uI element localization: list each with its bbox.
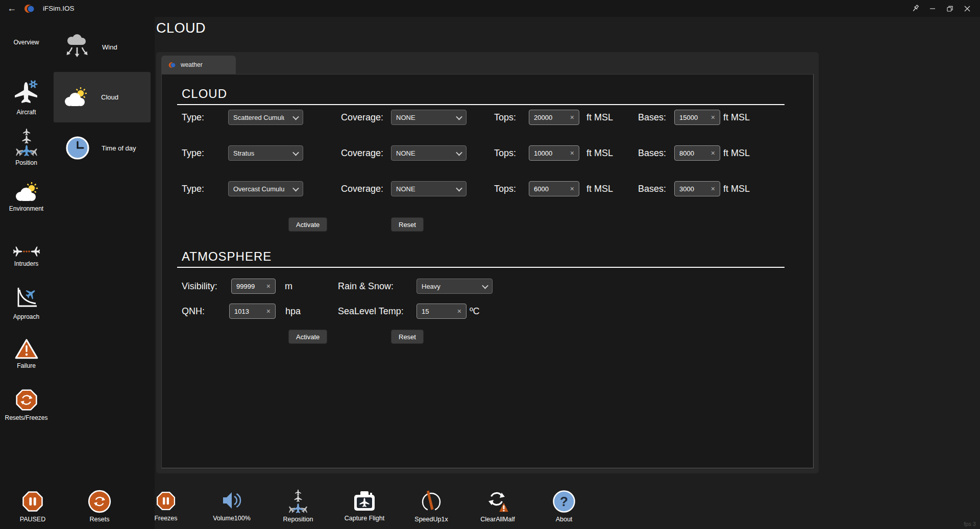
sidebar-item-intruders[interactable]: Intruders	[0, 245, 53, 267]
cloud-coverage-value: NONE	[396, 114, 415, 121]
sidebar-item-position[interactable]: Position	[0, 128, 53, 166]
clear-icon[interactable]: ×	[711, 185, 715, 193]
clear-icon[interactable]: ×	[711, 113, 715, 121]
app-window: ← iFSim.IOS Overview	[0, 0, 980, 529]
rain-snow-select[interactable]: Heavy	[416, 279, 493, 294]
cloud-type-select[interactable]: Scattered Cumulus	[228, 110, 303, 125]
maximize-icon[interactable]	[941, 0, 959, 17]
cloud-type-select[interactable]: Overcast Cumulus	[228, 181, 303, 196]
cloud-section-heading: CLOUD	[182, 87, 227, 101]
clear-icon[interactable]: ×	[570, 185, 574, 193]
qnh-input[interactable]	[234, 308, 264, 315]
sidebar-item-label: Resets/Freezes	[5, 414, 47, 421]
tab-weather[interactable]: weather	[161, 56, 236, 74]
chevron-down-icon	[292, 113, 299, 120]
visibility-input[interactable]	[236, 283, 264, 290]
cloud-type-select[interactable]: Stratus	[228, 145, 303, 161]
visibility-field: ×	[231, 279, 276, 294]
fps-counter: fps 3	[964, 521, 976, 527]
cloud-row: Type: Scattered Cumulus Coverage: NONE T…	[162, 110, 813, 125]
atmosphere-activate-button[interactable]: Activate	[288, 330, 327, 344]
cloud-row: Type: Overcast Cumulus Coverage: NONE To…	[162, 181, 813, 196]
sidebar-item-label: Environment	[9, 205, 43, 212]
cloud-coverage-value: NONE	[396, 149, 415, 157]
clear-icon[interactable]: ×	[711, 149, 715, 157]
pin-icon[interactable]	[906, 0, 924, 17]
clock-icon	[65, 135, 90, 161]
clear-icon[interactable]: ×	[266, 282, 271, 290]
cloud-bases-field: ×	[674, 110, 720, 125]
rain-snow-label: Rain & Snow:	[338, 279, 394, 294]
qnh-label: QNH:	[182, 304, 205, 319]
cloud-bases-input[interactable]	[679, 149, 709, 157]
cloud-activate-button[interactable]: Activate	[288, 217, 327, 232]
cloud-tops-input[interactable]	[534, 149, 568, 157]
sidebar-item-failure[interactable]: Failure	[0, 338, 53, 369]
sidebar-item-label: Position	[15, 159, 37, 166]
toolbar-item-clearallmalf[interactable]: ClearAllMalf	[470, 489, 526, 523]
sidebar-item-label: Approach	[13, 313, 39, 320]
toolbar-item-about[interactable]: ? About	[536, 489, 592, 523]
toolbar-item-label: PAUSED	[20, 516, 45, 523]
cloud-bases-input[interactable]	[679, 114, 709, 121]
cloud-coverage-select[interactable]: NONE	[391, 145, 467, 161]
clear-icon[interactable]: ×	[570, 113, 574, 121]
cloud-sun-icon	[62, 87, 89, 108]
toolbar-item-reposition[interactable]: Reposition	[270, 489, 326, 523]
cloud-reset-button[interactable]: Reset	[391, 217, 424, 232]
submenu-item-time-of-day[interactable]: Time of day	[65, 135, 136, 161]
sealevel-temp-input[interactable]	[422, 308, 455, 315]
rain-snow-value: Heavy	[422, 283, 440, 290]
clear-icon[interactable]: ×	[570, 149, 574, 157]
cloud-coverage-select[interactable]: NONE	[391, 181, 467, 196]
cloud-coverage-select[interactable]: NONE	[391, 110, 467, 125]
submenu-item-wind[interactable]: Wind	[63, 32, 117, 62]
qnh-unit: hpa	[285, 304, 301, 319]
weather-content: CLOUD Type: Scattered Cumulus Coverage: …	[161, 74, 814, 468]
cloud-tops-field: ×	[529, 110, 579, 125]
sidebar-item-approach[interactable]: Approach	[0, 285, 53, 320]
sidebar-item-overview[interactable]: Overview	[0, 39, 53, 46]
toolbar-item-capture-flight[interactable]: Capture Flight	[336, 489, 393, 522]
atmosphere-row: QNH: × hpa SeaLevel Temp: × ºC	[162, 304, 813, 319]
toolbar-item-freezes[interactable]: Freezes	[138, 489, 194, 522]
converging-planes-icon	[12, 245, 41, 258]
minimize-icon[interactable]	[924, 0, 941, 17]
cloud-sun-icon	[13, 182, 40, 203]
toolbar-item-resets[interactable]: Resets	[71, 489, 128, 523]
back-button[interactable]: ←	[7, 3, 16, 14]
sidebar-item-label: Failure	[17, 362, 36, 369]
sidebar-item-resets-freezes[interactable]: Resets/Freezes	[0, 388, 53, 421]
submenu-item-cloud[interactable]: Cloud	[54, 72, 151, 122]
sidebar-item-aircraft[interactable]: Aircraft	[0, 78, 53, 116]
toolbar-item-speedup[interactable]: SpeedUp1x	[403, 489, 459, 523]
close-icon[interactable]	[959, 0, 976, 17]
cloud-tops-input[interactable]	[534, 114, 568, 121]
cloud-tops-input[interactable]	[534, 185, 568, 193]
gauge-needle-icon	[420, 489, 443, 514]
toolbar-item-paused[interactable]: PAUSED	[5, 489, 61, 523]
descent-chart-icon	[14, 285, 39, 311]
sidebar-item-environment[interactable]: Environment	[0, 182, 53, 212]
cloud-bases-input[interactable]	[679, 185, 709, 193]
window-controls	[906, 0, 976, 17]
toolbar-item-volume[interactable]: Volume100%	[204, 489, 260, 522]
cloud-type-value: Stratus	[233, 149, 254, 157]
sealevel-temp-field: ×	[416, 304, 467, 319]
atmosphere-reset-button[interactable]: Reset	[391, 330, 424, 344]
clear-icon[interactable]: ×	[457, 307, 461, 315]
coverage-label: Coverage:	[341, 181, 383, 196]
app-title: iFSim.IOS	[43, 5, 75, 12]
submenu-item-label: Wind	[102, 43, 117, 51]
plane-formation-icon	[285, 489, 311, 514]
toolbar-item-label: Capture Flight	[345, 515, 385, 522]
octagon-pause-icon	[155, 489, 177, 513]
clear-icon[interactable]: ×	[266, 307, 271, 315]
chevron-down-icon	[482, 282, 488, 289]
bases-unit: ft MSL	[723, 145, 750, 161]
octagon-pause-icon	[21, 489, 44, 514]
question-circle-icon: ?	[552, 489, 576, 514]
sealevel-temp-label: SeaLevel Temp:	[338, 304, 404, 319]
chevron-down-icon	[456, 149, 462, 156]
app-logo-icon	[24, 3, 35, 14]
